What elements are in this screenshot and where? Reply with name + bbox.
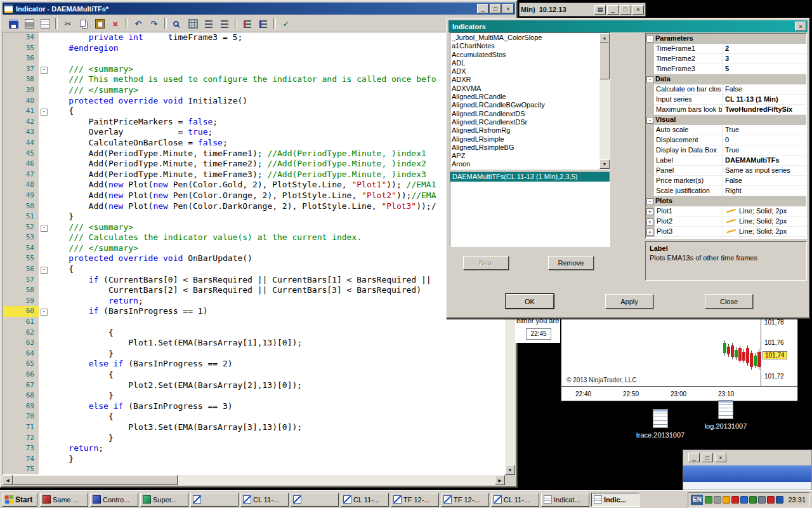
editor-title-bar[interactable]: Indicator - DAEMAMultiTFs* _ □ ×: [3, 3, 515, 15]
redo-button[interactable]: [147, 17, 162, 30]
volume-icon[interactable]: [714, 496, 721, 504]
collapse-icon[interactable]: -: [646, 76, 653, 83]
signal-bars-icon[interactable]: [705, 496, 712, 504]
taskbar-task[interactable]: CL 11-...: [341, 493, 389, 507]
dialog-title-bar[interactable]: Indicators ×: [449, 20, 808, 32]
close-button[interactable]: Close: [705, 294, 753, 309]
property-row[interactable]: Maximum bars look bTwoHundredFiftySix: [646, 105, 806, 115]
find-button[interactable]: [169, 17, 185, 30]
copy-button[interactable]: [76, 17, 91, 30]
available-indicators-list[interactable]: _Jurbol_MultiMA_ColorSlopea1ChartNotesAc…: [450, 32, 610, 170]
property-grid[interactable]: -ParametersTimeFrame12TimeFrame23TimeFra…: [645, 33, 807, 239]
fold-toggle-icon[interactable]: -: [41, 225, 48, 232]
indicator-list-item[interactable]: APZ: [452, 152, 599, 160]
background-window-title-bar[interactable]: Min) 10.12.13 ▤ _ □ ×: [519, 3, 646, 17]
expand-icon[interactable]: +: [646, 229, 653, 236]
print-button[interactable]: [22, 17, 37, 30]
antivirus-icon[interactable]: [731, 496, 739, 504]
taskbar-task[interactable]: CL 11-...: [491, 493, 539, 507]
indicator-list-item[interactable]: a1ChartNotes: [452, 42, 599, 50]
indent-increase-button[interactable]: [217, 17, 232, 30]
property-row[interactable]: Display in Data BoxTrue: [646, 145, 806, 156]
network-icon[interactable]: [740, 496, 748, 504]
dialog-close-button[interactable]: ×: [795, 22, 806, 31]
taskbar-task[interactable]: Indic...: [591, 493, 639, 507]
indicator-list-item[interactable]: AlignedLRCandlenxtDS: [452, 110, 599, 118]
indicator-list-item[interactable]: AlignedLRCandleBGwOpacity: [452, 101, 599, 109]
start-button[interactable]: Start: [2, 493, 37, 507]
fold-toggle-icon[interactable]: -: [41, 109, 48, 116]
indicator-list-item[interactable]: ADXR: [452, 76, 599, 84]
close-button[interactable]: ×: [632, 5, 644, 15]
window-properties-button[interactable]: ▤: [594, 5, 606, 15]
paste-button[interactable]: [92, 17, 107, 30]
property-category[interactable]: -Plots: [646, 196, 806, 206]
scroll-up-icon[interactable]: ▲: [599, 33, 610, 43]
monitor-icon[interactable]: [758, 496, 766, 504]
taskbar-task[interactable]: [190, 493, 239, 507]
property-row[interactable]: Scale justificationRight: [646, 186, 806, 196]
property-row[interactable]: Price marker(s)False: [646, 176, 806, 186]
scrollbar-thumb[interactable]: [13, 475, 178, 485]
indicator-list-item[interactable]: ADL: [452, 59, 599, 67]
scroll-down-icon[interactable]: ▼: [505, 465, 515, 475]
expand-icon[interactable]: +: [646, 218, 653, 225]
restore-button[interactable]: □: [702, 453, 713, 462]
indicator-list-item[interactable]: AlignedLRCandle: [452, 93, 599, 101]
shield-check-icon[interactable]: [749, 496, 757, 504]
fold-toggle-icon[interactable]: -: [41, 67, 48, 74]
chart-window[interactable]: © 2013 NinjaTrader, LLC 101,78101,76101,…: [561, 316, 798, 401]
collapse-icon[interactable]: -: [646, 117, 653, 124]
property-row[interactable]: Input seriesCL 11-13 (1 Min): [646, 95, 806, 105]
bullet-list-button[interactable]: [240, 17, 255, 30]
taskbar-task[interactable]: Indicat...: [541, 493, 589, 507]
minimize-button[interactable]: _: [688, 453, 700, 462]
scroll-right-icon[interactable]: ▶: [495, 475, 505, 485]
property-category[interactable]: -Data: [646, 74, 806, 84]
indicator-list-item[interactable]: _Jurbol_MultiMA_ColorSlope: [452, 34, 599, 42]
property-row[interactable]: +Plot3Line; Solid; 2px: [646, 227, 806, 237]
indicator-list-item[interactable]: AccumulatedStos: [452, 51, 599, 59]
compile-button[interactable]: [278, 17, 294, 30]
alert-icon[interactable]: [767, 496, 775, 504]
taskbar-task[interactable]: [291, 493, 339, 507]
list-scrollbar[interactable]: ▲ ▼: [599, 33, 610, 169]
print-preview-button[interactable]: [37, 17, 53, 30]
fold-toggle-icon[interactable]: -: [41, 309, 48, 316]
delete-button[interactable]: [108, 17, 123, 30]
background-window-fragment[interactable]: _ □ ×: [683, 450, 812, 490]
property-row[interactable]: LabelDAEMAMultiTFs: [646, 156, 806, 166]
ok-button[interactable]: OK: [506, 294, 554, 309]
horizontal-scrollbar[interactable]: ◀ ▶: [3, 475, 505, 485]
number-list-button[interactable]: [256, 17, 271, 30]
remove-button[interactable]: Remove: [548, 256, 594, 270]
collapse-icon[interactable]: -: [646, 198, 653, 205]
restore-button[interactable]: □: [620, 5, 631, 15]
desktop-icon[interactable]: trace.20131007: [631, 409, 690, 439]
configured-indicator-item[interactable]: DAEMAMultiTFs(CL 11-13 (1 Min),2,3,5): [450, 172, 610, 182]
taskbar-task[interactable]: CL 11-...: [240, 493, 289, 507]
desktop-icon[interactable]: log.20131007: [697, 400, 755, 430]
property-row[interactable]: Auto scaleTrue: [646, 125, 806, 135]
indent-decrease-button[interactable]: [201, 17, 216, 30]
expand-icon[interactable]: +: [646, 208, 653, 215]
property-category[interactable]: -Parameters: [646, 34, 806, 44]
taskbar-task[interactable]: Same ...: [40, 493, 88, 507]
property-row[interactable]: PanelSame as input series: [646, 166, 806, 176]
apply-button[interactable]: Apply: [605, 294, 653, 309]
close-button[interactable]: ×: [715, 453, 726, 462]
taskbar-task[interactable]: Super...: [140, 493, 188, 507]
new-button[interactable]: New: [463, 256, 509, 270]
taskbar-clock[interactable]: 23:31: [788, 496, 806, 504]
save-button[interactable]: [6, 17, 21, 30]
scrollbar-thumb[interactable]: [599, 43, 610, 79]
taskbar-task[interactable]: TF 12-...: [391, 493, 439, 507]
language-indicator[interactable]: EN: [691, 495, 703, 505]
property-row[interactable]: +Plot1Line; Solid; 2px: [646, 206, 806, 217]
indicator-list-item[interactable]: ADXVMA: [452, 84, 599, 93]
close-button[interactable]: ×: [502, 4, 514, 13]
indicator-list-item[interactable]: AlignedLRsfromRg: [452, 126, 599, 135]
undo-button[interactable]: [131, 17, 146, 30]
minimize-button[interactable]: _: [607, 5, 619, 15]
warning-icon[interactable]: [723, 496, 730, 504]
